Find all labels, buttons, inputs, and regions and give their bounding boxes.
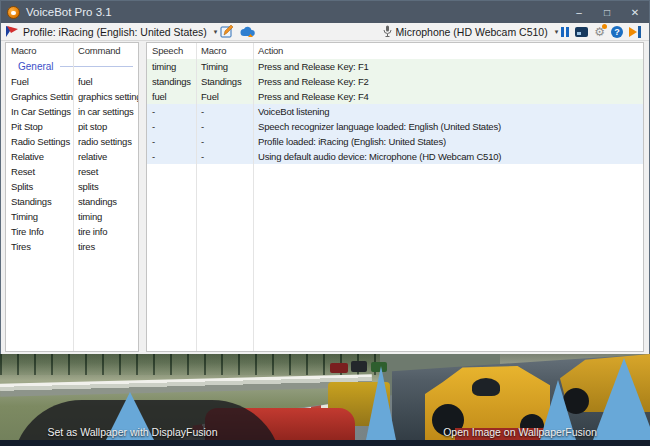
desktop-wallpaper: Set as Wallpaper with DisplayFusion Open… xyxy=(0,354,650,440)
macro-row[interactable]: Relativerelative xyxy=(6,149,138,164)
macro-row[interactable]: Resetreset xyxy=(6,164,138,179)
log-row-recognized[interactable]: fuelFuelPress and Release Key: F4 xyxy=(147,89,643,104)
distant-car xyxy=(371,362,387,372)
log-row-status[interactable]: --Speech recognizer language loaded: Eng… xyxy=(147,119,643,134)
log-panel: Speech Macro Action timingTimingPress an… xyxy=(146,42,644,352)
cloud-share-button[interactable] xyxy=(237,24,259,40)
open-image-button[interactable]: Open Image on WallpaperFusion xyxy=(415,425,625,439)
microphone-dropdown[interactable]: Microphone (HD Webcam C510) ▾ xyxy=(383,25,559,38)
pause-listening-button[interactable] xyxy=(558,24,572,40)
help-button[interactable]: ? xyxy=(608,24,626,40)
macro-row[interactable]: Tire Infotire info xyxy=(6,224,138,239)
log-row-status[interactable]: --Using default audio device: Microphone… xyxy=(147,149,643,164)
command-cell: pit stop xyxy=(73,119,138,134)
macro-row[interactable]: In Car Settingsin car settings xyxy=(6,104,138,119)
macro-cell: - xyxy=(196,104,253,119)
log-row-recognized[interactable]: standingsStandingsPress and Release Key:… xyxy=(147,74,643,89)
panel-splitter[interactable] xyxy=(139,42,146,352)
action-cell: Press and Release Key: F2 xyxy=(253,74,643,89)
microphone-label: Microphone (HD Webcam C510) xyxy=(396,26,548,38)
car-cockpit xyxy=(472,378,500,396)
command-cell: reset xyxy=(73,164,138,179)
speech-cell: - xyxy=(147,134,196,149)
macro-row[interactable]: Pit Stoppit stop xyxy=(6,119,138,134)
macro-cell: Fuel xyxy=(196,89,253,104)
macro-cell: Splits xyxy=(6,179,73,194)
group-header-general[interactable]: General xyxy=(6,59,138,74)
command-cell: tire info xyxy=(73,224,138,239)
column-header-macro[interactable]: Macro xyxy=(196,43,253,59)
speech-cell: fuel xyxy=(147,89,196,104)
profile-dropdown[interactable]: Profile: iRacing (English: United States… xyxy=(6,26,217,38)
window-controls: – □ ✕ xyxy=(565,1,649,23)
speech-cell: timing xyxy=(147,59,196,74)
help-icon: ? xyxy=(611,26,623,38)
log-row-status[interactable]: --VoiceBot listening xyxy=(147,104,643,119)
macro-command-panel: Macro Command General Fuelfuel Graphics … xyxy=(5,42,139,352)
action-cell: Press and Release Key: F4 xyxy=(253,89,643,104)
window-title: VoiceBot Pro 3.1 xyxy=(26,6,112,18)
macro-cell: Standings xyxy=(6,194,73,209)
column-divider xyxy=(253,43,254,351)
action-cell: Press and Release Key: F1 xyxy=(253,59,643,74)
microphone-icon xyxy=(383,25,392,38)
command-cell: relative xyxy=(73,149,138,164)
macro-row[interactable]: Splitssplits xyxy=(6,179,138,194)
macro-row[interactable]: Fuelfuel xyxy=(6,74,138,89)
edit-profile-button[interactable] xyxy=(217,24,237,40)
column-header-command[interactable]: Command xyxy=(73,43,138,59)
settings-button[interactable]: ⚙ xyxy=(591,24,608,40)
column-divider xyxy=(73,43,74,351)
toolbar: Profile: iRacing (English: United States… xyxy=(1,23,649,41)
macro-cell: Standings xyxy=(196,74,253,89)
macro-cell: Radio Settings xyxy=(6,134,73,149)
command-cell: timing xyxy=(73,209,138,224)
speech-cell: - xyxy=(147,104,196,119)
distant-car xyxy=(351,361,367,372)
macro-cell: Pit Stop xyxy=(6,119,73,134)
log-row-recognized[interactable]: timingTimingPress and Release Key: F1 xyxy=(147,59,643,74)
column-header-action[interactable]: Action xyxy=(253,43,643,59)
command-cell: graphics settings xyxy=(73,89,138,104)
log-row-status[interactable]: --Profile loaded: iRacing (English: Unit… xyxy=(147,134,643,149)
macro-table-header: Macro Command xyxy=(6,43,138,59)
taskbar-strip[interactable] xyxy=(0,440,650,446)
action-cell: VoiceBot listening xyxy=(253,104,643,119)
command-cell: fuel xyxy=(73,74,138,89)
column-header-macro[interactable]: Macro xyxy=(6,43,73,59)
macro-cell: Fuel xyxy=(6,74,73,89)
column-divider xyxy=(196,43,197,351)
speech-cell: - xyxy=(147,119,196,134)
speech-cell: - xyxy=(147,149,196,164)
gear-icon: ⚙ xyxy=(594,26,605,38)
macro-row[interactable]: Timingtiming xyxy=(6,209,138,224)
column-header-speech[interactable]: Speech xyxy=(147,43,196,59)
macro-cell: Timing xyxy=(196,59,253,74)
macro-row[interactable]: Tirestires xyxy=(6,239,138,254)
minimize-button[interactable]: – xyxy=(565,1,593,23)
macro-row[interactable]: Standingsstandings xyxy=(6,194,138,209)
set-wallpaper-button[interactable]: Set as Wallpaper with DisplayFusion xyxy=(25,425,240,439)
macro-cell: Tires xyxy=(6,239,73,254)
titlebar[interactable]: VoiceBot Pro 3.1 – □ ✕ xyxy=(1,1,649,23)
action-cell: Using default audio device: Microphone (… xyxy=(253,149,643,164)
voicebot-logo-icon xyxy=(7,6,20,19)
command-cell: standings xyxy=(73,194,138,209)
catch-fence xyxy=(0,354,380,375)
profile-label: Profile: iRacing (English: United States… xyxy=(23,26,207,38)
action-cell: Speech recognizer language loaded: Engli… xyxy=(253,119,643,134)
exit-button[interactable] xyxy=(626,24,644,40)
macro-row[interactable]: Radio Settingsradio settings xyxy=(6,134,138,149)
macro-cell: Tire Info xyxy=(6,224,73,239)
distant-car xyxy=(330,363,348,373)
macro-cell: In Car Settings xyxy=(6,104,73,119)
close-button[interactable]: ✕ xyxy=(621,1,649,23)
macro-cell: - xyxy=(196,134,253,149)
macro-cell: Reset xyxy=(6,164,73,179)
maximize-button[interactable]: □ xyxy=(593,1,621,23)
cloud-icon xyxy=(240,26,256,38)
log-window-button[interactable] xyxy=(572,24,591,40)
pencil-icon xyxy=(220,25,234,38)
macro-row[interactable]: Graphics Settingsgraphics settings xyxy=(6,89,138,104)
macro-cell: Timing xyxy=(6,209,73,224)
